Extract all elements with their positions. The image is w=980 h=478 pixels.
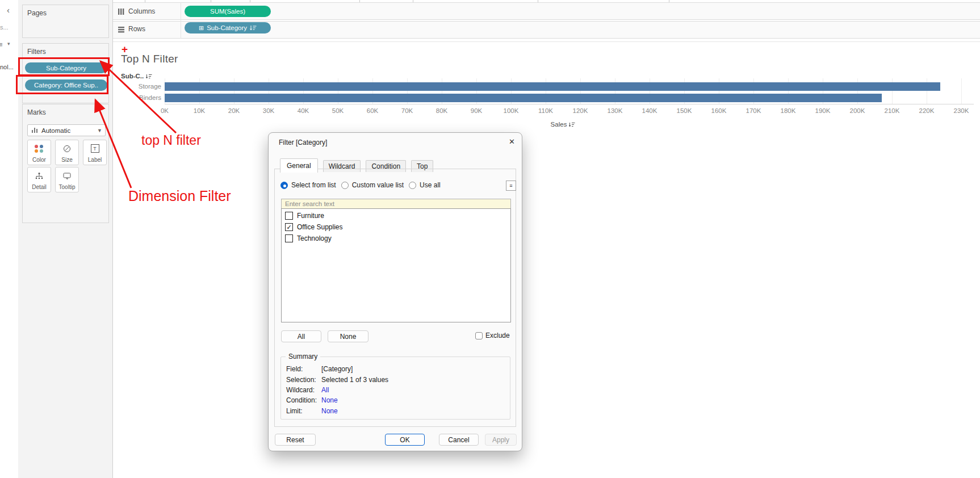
x-tick-label: 80K — [425, 107, 459, 114]
filter-pill-category[interactable]: Category: Office Sup.. — [25, 79, 107, 91]
x-tick-label: 0K — [148, 107, 182, 114]
cancel-button[interactable]: Cancel — [439, 434, 479, 446]
radio-select-from-list[interactable]: Select from list — [280, 181, 336, 189]
x-tick-label: 200K — [840, 107, 874, 114]
filter-pill-sub-category[interactable]: Sub-Category — [25, 62, 107, 73]
label-button[interactable]: T Label — [83, 140, 107, 165]
pages-shelf: Pages — [22, 5, 109, 38]
x-tick-label: 140K — [633, 107, 667, 114]
x-tick-label: 160K — [702, 107, 736, 114]
mark-type-dropdown[interactable]: Automatic ▼ — [27, 124, 106, 136]
data-pane-clipped: ‹ s... ≡ ▾ nol... — [0, 0, 19, 478]
size-icon — [62, 140, 72, 157]
x-tick-label: 70K — [390, 107, 424, 114]
annotation-dimension-filter: Dimension Filter — [128, 188, 231, 204]
row-label-storage[interactable]: Storage — [114, 83, 161, 90]
radio-use-all[interactable]: Use all — [409, 181, 441, 189]
bar-chart-icon — [31, 127, 38, 135]
tooltip-button[interactable]: Tooltip — [55, 167, 79, 192]
condition-link[interactable]: None — [321, 396, 338, 404]
x-tick-label: 110K — [529, 107, 563, 114]
summary-row-field: Field:[Category] — [286, 365, 353, 373]
dialog-title: Filter [Category] — [279, 139, 327, 146]
sort-descending-icon[interactable] — [250, 25, 257, 31]
radio-icon — [341, 182, 349, 189]
x-tick-label: 50K — [321, 107, 355, 114]
list-icon: ≡ — [0, 40, 3, 49]
search-input[interactable] — [281, 199, 511, 209]
wildcard-link[interactable]: All — [321, 386, 329, 394]
summary-row-limit: Limit:None — [286, 407, 338, 415]
summary-row-condition: Condition:None — [286, 396, 338, 404]
row-label-binders[interactable]: Binders — [114, 94, 161, 101]
summary-row-selection: Selection:Selected 1 of 3 values — [286, 376, 388, 384]
x-tick-label: 40K — [286, 107, 320, 114]
row-field-header[interactable]: Sub-C.. — [121, 73, 152, 79]
list-item-technology[interactable]: Technology — [285, 233, 510, 243]
filters-label: Filters — [27, 48, 46, 56]
tab-general[interactable]: General — [280, 158, 318, 173]
x-tick-label: 30K — [252, 107, 286, 114]
all-button[interactable]: All — [281, 330, 321, 342]
summary-heading: Summary — [286, 353, 320, 360]
detail-tree-icon — [35, 167, 44, 184]
x-tick-label: 170K — [736, 107, 770, 114]
x-axis-title: Sales — [165, 121, 961, 128]
clipped-text: nol... — [0, 64, 14, 70]
x-tick-label: 10K — [182, 107, 216, 114]
checkbox-icon[interactable]: ✓ — [285, 223, 293, 231]
x-tick-label: 130K — [598, 107, 632, 114]
list-item-office-supplies[interactable]: ✓ Office Supplies — [285, 222, 510, 232]
sort-icon[interactable] — [569, 122, 575, 127]
radio-custom-value-list[interactable]: Custom value list — [341, 181, 404, 189]
expand-hierarchy-icon[interactable]: ⊞ — [199, 25, 204, 31]
reset-button[interactable]: Reset — [275, 434, 316, 446]
pages-label: Pages — [27, 9, 47, 17]
x-axis-title-text[interactable]: Sales — [551, 121, 567, 128]
columns-pill-sum-sales[interactable]: SUM(Sales) — [185, 6, 271, 17]
color-dots-icon — [35, 140, 44, 157]
value-listbox[interactable]: Furniture ✓ Office Supplies Technology — [281, 208, 511, 322]
rows-pill-sub-category[interactable]: ⊞ Sub-Category — [185, 22, 271, 33]
rows-icon — [118, 25, 125, 35]
ok-button[interactable]: OK — [385, 434, 425, 446]
marks-card: Marks Automatic ▼ Color Size T Label — [22, 104, 109, 223]
limit-link[interactable]: None — [321, 407, 338, 415]
bar-storage[interactable] — [165, 82, 940, 91]
exclude-checkbox[interactable]: Exclude — [475, 332, 510, 339]
clipped-text: s... — [0, 24, 9, 31]
checkbox-icon[interactable] — [285, 234, 293, 242]
selection-mode-radios: Select from list Custom value list Use a… — [280, 181, 446, 189]
columns-label: Columns — [128, 7, 155, 15]
x-tick-label: 190K — [806, 107, 840, 114]
chevron-down-icon[interactable]: ▼ — [97, 128, 102, 133]
x-axis-line — [165, 104, 974, 104]
radio-icon — [409, 182, 416, 189]
x-tick-label: 20K — [217, 107, 251, 114]
close-icon[interactable]: ✕ — [509, 137, 515, 146]
chevron-down-icon[interactable]: ▾ — [7, 41, 10, 47]
x-tick-label: 230K — [944, 107, 978, 114]
apply-button[interactable]: Apply — [485, 434, 517, 446]
x-tick-label: 210K — [875, 107, 909, 114]
shelf-divider — [181, 2, 181, 39]
sort-icon[interactable] — [146, 74, 152, 79]
filter-category-dialog: Filter [Category] ✕ General Wildcard Con… — [268, 132, 522, 451]
size-button[interactable]: Size — [55, 140, 79, 165]
worksheet-top-border — [113, 41, 980, 42]
x-tick-label: 60K — [355, 107, 390, 114]
mark-type-value: Automatic — [41, 127, 70, 134]
collapse-pane-chevron-icon[interactable]: ‹ — [7, 5, 10, 15]
list-view-options-button[interactable]: ≡ — [506, 181, 516, 191]
rows-label: Rows — [128, 25, 145, 33]
annotation-top-n-filter: top N filter — [141, 133, 201, 148]
list-item-furniture[interactable]: Furniture — [285, 211, 510, 220]
x-tick-label: 150K — [667, 107, 701, 114]
none-button[interactable]: None — [328, 330, 368, 342]
color-button[interactable]: Color — [27, 140, 51, 165]
bar-binders[interactable] — [165, 94, 882, 102]
summary-row-wildcard: Wildcard:All — [286, 386, 329, 394]
checkbox-icon[interactable] — [285, 212, 293, 220]
detail-button[interactable]: Detail — [27, 167, 51, 192]
filters-shelf: Filters Sub-Category Category: Office Su… — [22, 43, 109, 103]
